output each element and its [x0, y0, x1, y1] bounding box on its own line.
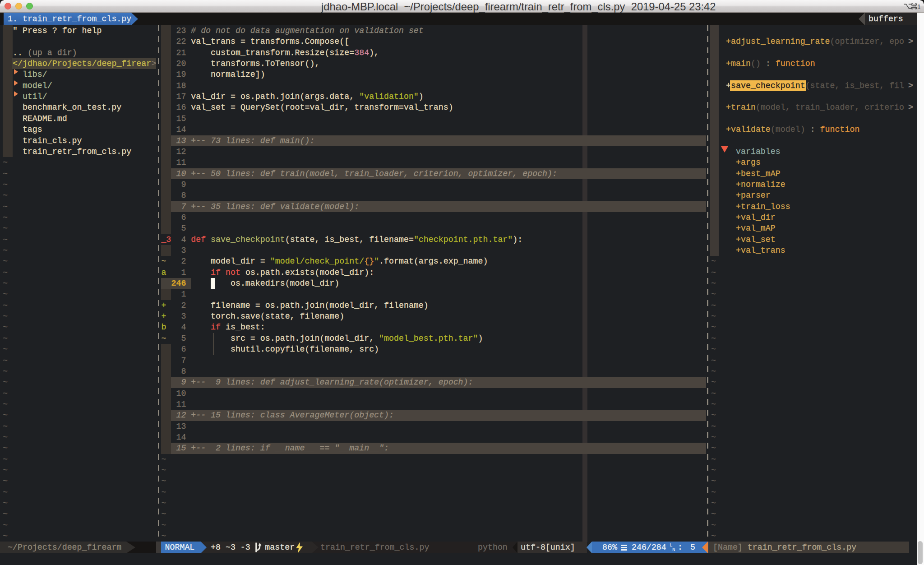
svg-text:1: 1: [917, 3, 920, 10]
